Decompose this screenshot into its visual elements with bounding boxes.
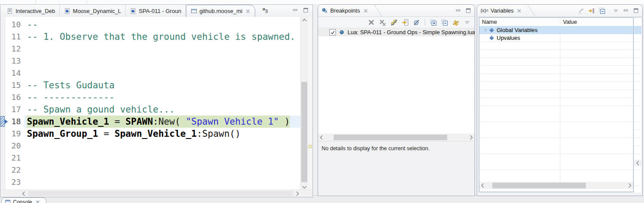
clipped-side-view — [634, 17, 641, 193]
scrollbar-track[interactable] — [486, 182, 626, 189]
variable-diamond-icon — [489, 27, 497, 33]
scroll-left-arrow[interactable] — [318, 134, 325, 141]
scrollbar-track[interactable] — [27, 190, 294, 197]
console-tab[interactable]: Console — [1, 197, 46, 203]
variables-tree[interactable]: Global VariablesUpvalues — [479, 26, 633, 192]
maximize-icon[interactable] — [632, 7, 640, 14]
code-line-15[interactable]: 15-- Tests Gudauta — [0, 79, 300, 91]
editor-tab-moose-dynamic-l[interactable]: Moose_Dynamic_L — [60, 5, 126, 17]
link-with-debug-icon[interactable] — [452, 19, 460, 26]
remove-all-icon[interactable] — [379, 19, 387, 26]
annotation-gutter[interactable] — [0, 67, 5, 79]
tab-variables[interactable]: (x)= Variables — [477, 5, 524, 16]
close-icon[interactable] — [35, 200, 40, 203]
code-line-18[interactable]: 18Spawn_Vehicle_1 = SPAWN:New( "Spawn Ve… — [0, 116, 300, 128]
column-header-name[interactable]: Name — [479, 19, 560, 25]
scrollbar-thumb[interactable] — [492, 183, 586, 188]
column-header-value[interactable]: Value — [560, 19, 633, 25]
editor-tab-github-moose-mi[interactable]: github.moose_mi — [186, 5, 255, 17]
annotation-gutter[interactable] — [0, 128, 5, 140]
remove-icon[interactable] — [368, 19, 375, 26]
close-icon[interactable] — [245, 9, 250, 14]
scroll-left-arrow[interactable] — [20, 190, 27, 197]
breakpoints-list[interactable]: Lua: SPA-011 - Ground Ops - Simple Spawn… — [318, 28, 475, 134]
annotation-gutter[interactable] — [0, 140, 5, 152]
breakpoint-item[interactable]: Lua: SPA-011 - Ground Ops - Simple Spawn… — [318, 28, 475, 36]
close-icon[interactable] — [363, 8, 368, 13]
variables-row-global-variables[interactable]: Global Variables — [479, 26, 633, 34]
variables-table[interactable]: Name Value Global VariablesUpvalues — [479, 17, 634, 192]
ide-window: Console Interactive_DebMoose_Dynamic_LSP… — [0, 0, 644, 203]
code-line-13[interactable]: 13 — [0, 55, 300, 67]
scroll-right-arrow[interactable] — [468, 134, 475, 141]
code-line-17[interactable]: 17-- Spawn a gound vehicle... — [0, 103, 300, 116]
overview-ruler[interactable] — [308, 17, 312, 190]
tree-chevron-icon[interactable] — [481, 27, 489, 32]
editor-tab-interactive-deb[interactable]: Interactive_Deb — [3, 5, 60, 17]
scroll-left-arrow[interactable] — [479, 182, 486, 189]
scroll-right-arrow[interactable] — [294, 190, 301, 197]
variables-panel-header: (x)= Variables — [477, 5, 642, 17]
annotation-gutter[interactable] — [0, 152, 5, 164]
scroll-down-arrow[interactable] — [301, 184, 308, 190]
more-editors-chevron[interactable]: » 8 — [256, 5, 272, 17]
annotation-gutter[interactable] — [0, 79, 5, 91]
view-menu-icon[interactable] — [463, 19, 471, 26]
editor-vertical-scrollbar[interactable] — [300, 17, 308, 190]
code-lines: 10--11-- 1. Observe that the ground vehi… — [0, 17, 300, 190]
view-menu-icon[interactable] — [612, 7, 620, 15]
code-line-21[interactable]: 21 — [0, 152, 300, 164]
annotation-gutter[interactable] — [0, 116, 5, 128]
code-line-14[interactable]: 14 — [0, 67, 300, 79]
scroll-left-arrow[interactable] — [634, 195, 641, 196]
annotation-gutter[interactable] — [0, 164, 5, 176]
annotation-gutter[interactable] — [0, 31, 5, 43]
scroll-up-arrow[interactable] — [301, 17, 308, 23]
annotation-gutter[interactable] — [0, 103, 5, 116]
minimize-icon[interactable] — [292, 6, 299, 14]
minimize-icon[interactable] — [622, 7, 630, 14]
code-line-11[interactable]: 11-- 1. Observe that the ground vehicle … — [0, 31, 300, 43]
minimize-icon[interactable] — [455, 7, 462, 14]
collapse-all-icon[interactable] — [441, 19, 449, 26]
goto-file-icon[interactable] — [401, 19, 409, 26]
variables-horizontal-scrollbar[interactable] — [479, 182, 633, 189]
annotation-gutter[interactable] — [0, 55, 5, 67]
skip-all-breakpoints-icon[interactable] — [390, 19, 398, 26]
show-supported-breakpoints-icon[interactable] — [413, 19, 420, 26]
code-line-10[interactable]: 10-- — [0, 19, 300, 31]
annotation-gutter[interactable] — [0, 91, 5, 103]
scroll-left-arrow[interactable] — [634, 160, 641, 166]
tab-breakpoints[interactable]: Breakpoints — [318, 5, 370, 16]
variables-row-upvalues[interactable]: Upvalues — [479, 34, 633, 42]
scroll-right-arrow[interactable] — [626, 182, 633, 189]
maximize-icon[interactable] — [302, 6, 309, 14]
code-line-23[interactable]: 23 — [0, 176, 300, 188]
code-line-16[interactable]: 16-- ------------- — [0, 91, 300, 103]
variables-panel: (x)= Variables Name Value Global Variabl… — [477, 4, 643, 196]
overview-annotation[interactable] — [309, 145, 312, 148]
code-editor[interactable]: 10--11-- 1. Observe that the ground vehi… — [0, 17, 312, 190]
show-columns-icon[interactable] — [588, 7, 595, 15]
annotation-gutter[interactable] — [0, 176, 5, 188]
code-line-12[interactable]: 12 — [0, 43, 300, 55]
collapse-all-icon[interactable] — [598, 7, 606, 15]
code-line-22[interactable]: 22 — [0, 164, 300, 176]
annotation-gutter[interactable] — [0, 43, 5, 55]
breakpoints-horizontal-scrollbar[interactable] — [318, 134, 475, 141]
editor-tab-spa-011-groun[interactable]: SPA-011 - Groun — [126, 5, 186, 17]
scrollbar-thumb[interactable] — [301, 82, 307, 182]
expand-all-icon[interactable] — [429, 19, 437, 26]
editor-horizontal-scrollbar[interactable] — [0, 190, 312, 197]
scrollbar-thumb[interactable] — [28, 191, 293, 196]
close-icon[interactable] — [517, 8, 522, 13]
scrollbar-track[interactable] — [325, 134, 468, 141]
breakpoint-checkbox[interactable] — [329, 29, 336, 35]
maximize-icon[interactable] — [465, 7, 472, 14]
scrollbar-thumb[interactable] — [334, 135, 447, 140]
code-line-20[interactable]: 20 — [0, 140, 300, 152]
annotation-gutter[interactable] — [0, 19, 5, 31]
variables-column-headers[interactable]: Name Value — [479, 18, 633, 26]
show-logical-structure-icon[interactable] — [577, 7, 585, 15]
code-line-19[interactable]: 19Spawn_Group_1 = Spawn_Vehicle_1:Spawn(… — [0, 128, 300, 140]
